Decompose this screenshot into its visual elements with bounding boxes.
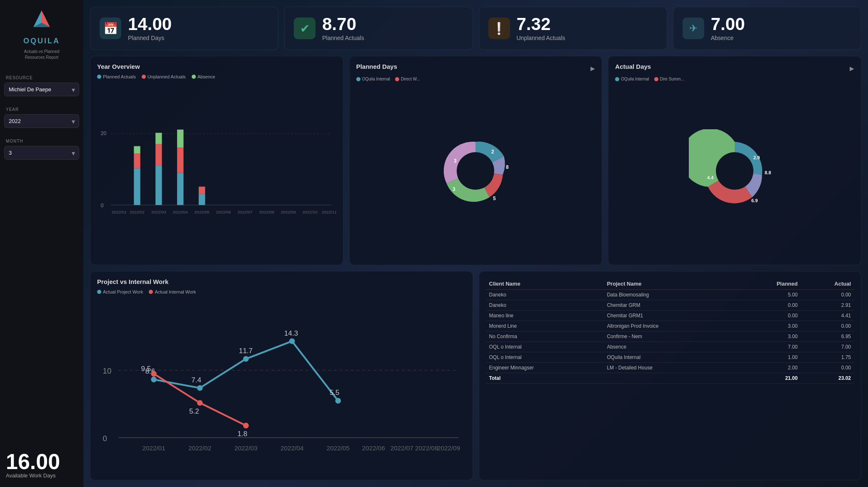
svg-text:8.8: 8.8 bbox=[765, 170, 771, 175]
project-name-header: Project Name bbox=[603, 278, 737, 290]
svg-rect-17 bbox=[177, 148, 183, 173]
absence-label: Absence bbox=[711, 35, 745, 41]
actual-oquila-legend-dot bbox=[615, 77, 619, 81]
table-row: Daneko Data Bloemosaling 5.00 0.00 bbox=[486, 290, 855, 300]
planned-actuals-legend-dot bbox=[97, 75, 101, 79]
project-table-card: Client Name Project Name Planned Actual … bbox=[479, 271, 862, 480]
svg-text:2022/08: 2022/08 bbox=[259, 210, 274, 214]
actual-direct-legend-dot bbox=[654, 77, 658, 81]
unplanned-actuals-legend-label: Unplanned Actuals bbox=[148, 74, 186, 79]
table-row: Monerd Line Altronigan Prod Invoice 3.00… bbox=[486, 321, 855, 331]
month-select[interactable]: 3 bbox=[4, 146, 79, 160]
svg-text:2022/04: 2022/04 bbox=[173, 210, 188, 214]
svg-point-44 bbox=[151, 377, 157, 382]
project-cell: Data Bloemosaling bbox=[603, 290, 737, 300]
actual-cell: 0.00 bbox=[801, 321, 854, 331]
project-work-legend-dot bbox=[97, 290, 101, 294]
available-days-label: Available Work Days bbox=[6, 472, 79, 479]
total-row: Total 21.00 23.02 bbox=[486, 373, 855, 384]
actual-days-donut-title: Actual Days bbox=[615, 63, 651, 70]
planned-days-donut-title: Planned Days bbox=[356, 63, 397, 70]
year-select[interactable]: 2022 bbox=[4, 114, 79, 128]
planned-cell: 5.00 bbox=[738, 290, 801, 300]
svg-text:2022/06: 2022/06 bbox=[216, 210, 231, 214]
svg-rect-16 bbox=[177, 173, 183, 205]
client-cell: Monerd Line bbox=[486, 321, 604, 331]
svg-point-48 bbox=[335, 398, 341, 404]
planned-days-donut-card: Planned Days ▶ OQuila Internal Direct W.… bbox=[349, 56, 603, 265]
project-cell: OQuila Internal bbox=[603, 352, 737, 363]
svg-point-47 bbox=[289, 338, 295, 344]
svg-rect-21 bbox=[199, 187, 205, 194]
svg-text:1.8: 1.8 bbox=[238, 430, 248, 438]
planned-cell: 1.00 bbox=[738, 352, 801, 363]
actual-cell: 0.00 bbox=[801, 290, 854, 300]
logo-icon bbox=[27, 8, 56, 33]
total-planned: 21.00 bbox=[738, 373, 801, 384]
actual-days-donut-legend: OQuila Internal Dire Summ... bbox=[615, 77, 854, 81]
svg-text:14.3: 14.3 bbox=[284, 329, 298, 337]
direct-legend-dot bbox=[395, 77, 399, 81]
kpi-planned-actuals: ✔ 8.70 Planned Actuals bbox=[284, 7, 473, 50]
table-row: No Confirma Confirme - Nem 3.00 6.95 bbox=[486, 331, 855, 342]
planned-days-donut-area: 2 8 5 3 3 bbox=[356, 84, 595, 258]
svg-text:2022/10: 2022/10 bbox=[303, 210, 318, 214]
svg-text:2022/05: 2022/05 bbox=[195, 210, 210, 214]
actual-days-donut-card: Actual Days ▶ OQuila Internal Dire Summ.… bbox=[608, 56, 861, 265]
svg-text:4.4: 4.4 bbox=[707, 175, 714, 180]
svg-rect-8 bbox=[134, 168, 140, 205]
svg-text:2022/06: 2022/06 bbox=[362, 444, 385, 452]
svg-rect-12 bbox=[155, 166, 162, 205]
bottom-row: Project vs Internal Work Actual Project … bbox=[90, 271, 861, 480]
resource-select[interactable]: Michiel De Paepe bbox=[4, 83, 79, 96]
main-content: 📅 14.00 Planned Days ✔ 8.70 Planned Actu… bbox=[83, 0, 868, 487]
planned-cell: 0.00 bbox=[738, 311, 801, 321]
actual-days-nav-arrow[interactable]: ▶ bbox=[850, 65, 854, 72]
planned-days-nav-arrow[interactable]: ▶ bbox=[590, 65, 595, 72]
direct-legend-label: Direct W... bbox=[401, 77, 420, 81]
year-select-wrapper[interactable]: 2022 bbox=[4, 114, 79, 128]
resource-section: RESOURCE Michiel De Paepe bbox=[4, 75, 79, 96]
actual-cell: 2.91 bbox=[801, 300, 854, 311]
svg-text:9.5: 9.5 bbox=[141, 365, 151, 373]
kpi-row: 📅 14.00 Planned Days ✔ 8.70 Planned Actu… bbox=[90, 7, 861, 50]
planned-header: Planned bbox=[738, 278, 801, 290]
table-row: Daneko Chemitar GRM 0.00 2.91 bbox=[486, 300, 855, 311]
actual-cell: 7.00 bbox=[801, 342, 854, 352]
svg-text:2022/02: 2022/02 bbox=[188, 444, 211, 452]
svg-text:10: 10 bbox=[103, 367, 112, 375]
planned-days-value: 14.00 bbox=[128, 15, 172, 33]
planned-actuals-legend-label: Planned Actuals bbox=[103, 74, 136, 79]
client-cell: Daneko bbox=[486, 290, 604, 300]
year-overview-title: Year Overview bbox=[97, 63, 336, 70]
planned-cell: 7.00 bbox=[738, 342, 801, 352]
year-section: YEAR 2022 bbox=[4, 107, 79, 128]
svg-point-55 bbox=[197, 400, 203, 406]
calendar-icon: 📅 bbox=[100, 18, 121, 39]
resource-select-wrapper[interactable]: Michiel De Paepe bbox=[4, 83, 79, 96]
svg-rect-9 bbox=[134, 153, 140, 168]
checkmark-icon: ✔ bbox=[294, 18, 315, 39]
svg-text:3: 3 bbox=[454, 158, 457, 164]
month-section: MONTH 3 bbox=[4, 139, 79, 160]
planned-cell: 2.00 bbox=[738, 363, 801, 373]
table-row: Engineer Minnagser LM - Detailed House 2… bbox=[486, 363, 855, 373]
kpi-planned-days: 📅 14.00 Planned Days bbox=[90, 7, 278, 50]
sidebar: OQUILA Actuals vs PlannedResources Repor… bbox=[0, 0, 83, 487]
actual-header: Actual bbox=[801, 278, 854, 290]
alert-icon: ❕ bbox=[488, 18, 510, 39]
internal-work-legend-dot bbox=[149, 290, 153, 294]
svg-text:2022/01: 2022/01 bbox=[142, 444, 165, 452]
client-cell: Maneo line bbox=[486, 311, 604, 321]
project-cell: Absence bbox=[603, 342, 737, 352]
planned-actuals-value: 8.70 bbox=[322, 15, 364, 33]
svg-rect-14 bbox=[155, 133, 162, 144]
planned-cell: 3.00 bbox=[738, 331, 801, 342]
plane-icon: ✈ bbox=[683, 18, 704, 39]
actual-days-donut-area: 2.9 8.8 6.9 4.4 bbox=[615, 84, 854, 258]
actual-cell: 1.75 bbox=[801, 352, 854, 363]
svg-text:2022/07: 2022/07 bbox=[390, 444, 413, 452]
client-cell: OQL o Internal bbox=[486, 342, 604, 352]
month-select-wrapper[interactable]: 3 bbox=[4, 146, 79, 160]
svg-text:2022/03: 2022/03 bbox=[235, 444, 258, 452]
